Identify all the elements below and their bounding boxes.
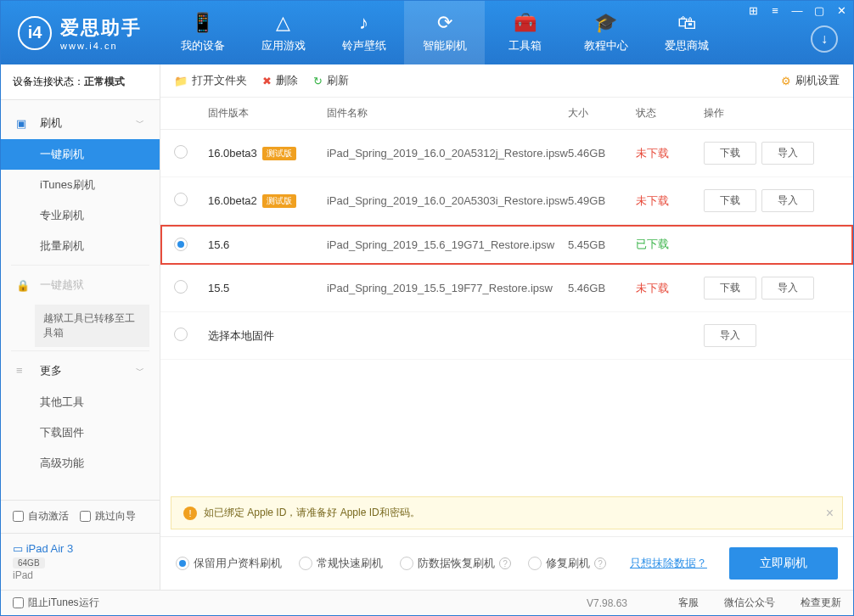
nav-item-3[interactable]: ⟳智能刷机	[404, 1, 485, 64]
row-actions: 下载导入	[704, 189, 840, 212]
connection-status: 设备连接状态：正常模式	[1, 64, 160, 100]
firmware-row[interactable]: 16.0beta3 测试版 iPad_Spring_2019_16.0_20A5…	[160, 130, 853, 177]
more-icon: ≡	[16, 364, 31, 377]
firmware-row[interactable]: 15.6 iPad_Spring_2019_15.6_19G71_Restore…	[160, 225, 853, 265]
update-link[interactable]: 检查更新	[801, 596, 841, 610]
firmware-status: 未下载	[636, 146, 704, 161]
option-antirecover[interactable]: 防数据恢复刷机?	[400, 556, 511, 571]
footer: 阻止iTunes运行 V7.98.63 客服 微信公众号 检查更新	[1, 590, 853, 615]
support-link[interactable]: 客服	[678, 596, 699, 610]
option-repair[interactable]: 修复刷机?	[528, 556, 606, 571]
local-firmware-row[interactable]: 选择本地固件 导入	[160, 312, 853, 360]
close-button[interactable]: ✕	[834, 4, 848, 17]
firmware-row[interactable]: 16.0beta2 测试版 iPad_Spring_2019_16.0_20A5…	[160, 177, 853, 225]
download-button[interactable]: 下载	[704, 277, 756, 300]
row-radio[interactable]	[174, 328, 188, 341]
alert-close-button[interactable]: ×	[826, 506, 834, 521]
firmware-list: 16.0beta3 测试版 iPad_Spring_2019_16.0_20A5…	[160, 130, 853, 490]
device-info[interactable]: ▭ iPad Air 3 64GB iPad	[1, 533, 160, 590]
sidebar-options: 自动激活 跳过向导	[1, 500, 160, 533]
header: i4 爱思助手 www.i4.cn 📱我的设备△应用游戏♪铃声壁纸⟳智能刷机🧰工…	[1, 1, 853, 64]
firmware-status: 未下载	[636, 193, 704, 209]
row-radio[interactable]	[174, 280, 188, 294]
import-button[interactable]: 导入	[761, 142, 814, 165]
nav-item-0[interactable]: 📱我的设备	[162, 1, 243, 64]
skip-wizard-checkbox[interactable]: 跳过向导	[80, 509, 136, 524]
main-content: 📁打开文件夹 ✖删除 ↻刷新 ⚙刷机设置 固件版本 固件名称 大小 状态 操作 …	[160, 64, 853, 590]
app-subtitle: www.i4.cn	[60, 41, 142, 51]
help-icon[interactable]: ?	[499, 557, 511, 569]
chevron-down-icon: ﹀	[136, 365, 144, 377]
nav-icon: ⟳	[437, 12, 452, 34]
erase-link[interactable]: 只想抹除数据？	[630, 556, 707, 571]
grid-icon[interactable]: ⊞	[746, 4, 760, 17]
firmware-size: 5.49GB	[568, 194, 636, 207]
lock-icon: 🔒	[16, 279, 31, 292]
minimize-button[interactable]: —	[790, 4, 804, 17]
nav-item-5[interactable]: 🎓教程中心	[565, 1, 646, 64]
option-keep-data[interactable]: 保留用户资料刷机	[176, 556, 282, 571]
local-firmware-label: 选择本地固件	[208, 328, 327, 344]
app-title: 爱思助手	[60, 17, 142, 38]
row-radio[interactable]	[174, 193, 188, 206]
nav-item-1[interactable]: △应用游戏	[243, 1, 323, 64]
sidebar: 设备连接状态：正常模式 ▣ 刷机 ﹀ 一键刷机iTunes刷机专业刷机批量刷机 …	[1, 64, 160, 590]
sidebar-flash-item[interactable]: 一键刷机	[1, 139, 160, 170]
chevron-down-icon: ﹀	[136, 117, 144, 129]
firmware-name: iPad_Spring_2019_15.5_19F77_Restore.ipsw	[327, 282, 568, 294]
maximize-button[interactable]: ▢	[812, 4, 826, 17]
delete-button[interactable]: ✖删除	[262, 73, 298, 88]
nav-icon: 🎓	[594, 12, 617, 34]
download-indicator[interactable]: ↓	[811, 25, 838, 53]
firmware-version: 16.0beta2 测试版	[208, 194, 327, 208]
logo-icon: i4	[18, 16, 52, 50]
import-button[interactable]: 导入	[704, 324, 756, 347]
app-version: V7.98.63	[587, 597, 627, 609]
refresh-icon: ↻	[313, 75, 323, 87]
menu-icon[interactable]: ≡	[768, 4, 782, 17]
download-button[interactable]: 下载	[704, 189, 756, 212]
sidebar-flash-item[interactable]: iTunes刷机	[1, 170, 160, 200]
option-quick[interactable]: 常规快速刷机	[299, 556, 383, 571]
firmware-status: 未下载	[636, 281, 704, 296]
beta-badge: 测试版	[262, 147, 296, 160]
sidebar-flash-item[interactable]: 专业刷机	[1, 200, 160, 231]
block-itunes-checkbox[interactable]: 阻止iTunes运行	[13, 596, 99, 610]
warning-icon: !	[183, 507, 197, 520]
auto-activate-checkbox[interactable]: 自动激活	[13, 509, 69, 524]
sidebar-flash[interactable]: ▣ 刷机 ﹀	[1, 107, 160, 139]
sidebar-more-item[interactable]: 其他工具	[1, 387, 160, 417]
help-icon[interactable]: ?	[594, 557, 606, 569]
toolbar: 📁打开文件夹 ✖删除 ↻刷新 ⚙刷机设置	[160, 64, 853, 98]
sidebar-more-item[interactable]: 高级功能	[1, 448, 160, 479]
wechat-link[interactable]: 微信公众号	[724, 596, 775, 610]
row-radio[interactable]	[174, 145, 188, 159]
firmware-size: 5.46GB	[568, 147, 636, 160]
nav-item-4[interactable]: 🧰工具箱	[485, 1, 565, 64]
open-folder-button[interactable]: 📁打开文件夹	[174, 73, 247, 88]
delete-icon: ✖	[262, 75, 272, 87]
row-radio[interactable]	[174, 238, 188, 251]
sidebar-flash-item[interactable]: 批量刷机	[1, 231, 160, 261]
sidebar-more-item[interactable]: 下载固件	[1, 417, 160, 448]
firmware-row[interactable]: 15.5 iPad_Spring_2019_15.5_19F77_Restore…	[160, 265, 853, 312]
nav-icon: 🛍	[677, 12, 696, 34]
firmware-name: iPad_Spring_2019_15.6_19G71_Restore.ipsw	[327, 238, 568, 251]
alert-banner: ! 如已绑定 Apple ID，请准备好 Apple ID和密码。 ×	[171, 496, 843, 529]
logo[interactable]: i4 爱思助手 www.i4.cn	[1, 15, 162, 51]
window-controls: ⊞ ≡ — ▢ ✕	[746, 4, 848, 17]
sidebar-jailbreak: 🔒 一键越狱	[1, 269, 160, 301]
import-button[interactable]: 导入	[761, 189, 814, 212]
firmware-status: 已下载	[636, 237, 704, 252]
tablet-icon: ▭	[13, 542, 23, 555]
flash-now-button[interactable]: 立即刷机	[729, 547, 838, 580]
refresh-button[interactable]: ↻刷新	[313, 73, 349, 88]
sidebar-more[interactable]: ≡ 更多 ﹀	[1, 355, 160, 387]
firmware-version: 15.6	[208, 238, 327, 251]
nav-item-6[interactable]: 🛍爱思商城	[646, 1, 727, 64]
settings-button[interactable]: ⚙刷机设置	[781, 73, 840, 88]
import-button[interactable]: 导入	[761, 277, 814, 300]
download-button[interactable]: 下载	[704, 142, 756, 165]
firmware-name: iPad_Spring_2019_16.0_20A5312j_Restore.i…	[327, 147, 568, 160]
nav-item-2[interactable]: ♪铃声壁纸	[323, 1, 404, 64]
